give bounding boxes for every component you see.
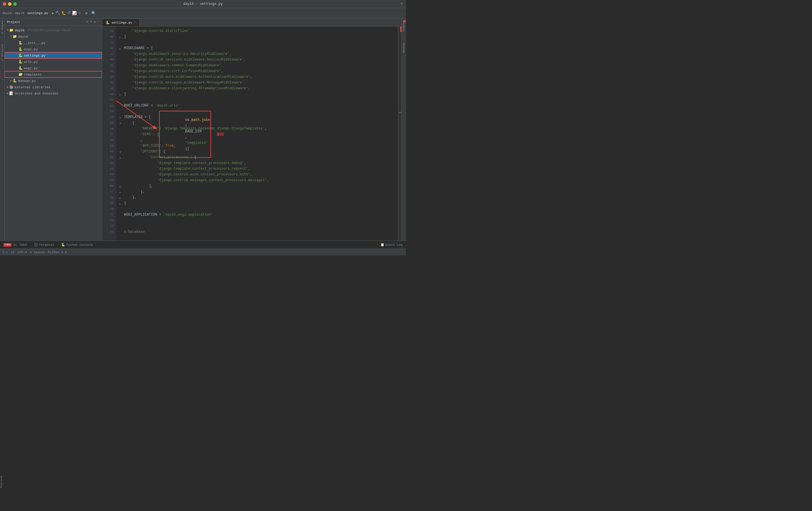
tree-path: ~/PycharmProjects/gx/day16 (26, 29, 70, 32)
code-line-42: ▶ MIDDLEWARE = [ (119, 46, 395, 51)
code-text-52b: = (149, 103, 155, 109)
tree-item-scratches[interactable]: ▶ 📝 Scratches and Consoles (5, 90, 102, 96)
tree-item-ext-libs[interactable]: ▶ 📚 External Libraries (5, 84, 102, 90)
sciview-tab[interactable]: SciView (403, 43, 405, 53)
breadcrumb-item-3[interactable]: settings.py (27, 11, 48, 15)
scrollbar-thumb[interactable] (399, 112, 401, 113)
status-indent[interactable]: 4 spaces (30, 251, 45, 254)
terminal-label: Terminal (39, 243, 54, 247)
coverage-button[interactable]: 📊 (72, 11, 77, 16)
breadcrumb-sep-1: › (12, 11, 14, 15)
panel-title: Project (7, 20, 20, 24)
event-log-tab[interactable]: 📋 Event Log (379, 243, 404, 247)
code-text-43: 'django.middleware.security.SecurityMidd… (124, 51, 231, 57)
fold-41 (119, 40, 123, 44)
settings-button[interactable]: ⚙ (85, 11, 88, 16)
fold-42: ▶ (119, 46, 123, 50)
code-text-57d: ( (185, 124, 187, 128)
add-tab-button[interactable]: + (400, 1, 403, 7)
code-line-52: ROOT_URLCONF = 'day16.urls' (119, 103, 395, 109)
status-python-version[interactable]: Python 3.9 (48, 251, 67, 254)
code-line-40: ▶ ] (119, 34, 395, 40)
tree-item-init[interactable]: 🐍 __init__.py (5, 40, 102, 46)
code-editor[interactable]: 3940414243 4445464748 4950515253 5455565… (102, 26, 401, 241)
status-line-ending[interactable]: LF (11, 251, 14, 254)
tree-item-templates[interactable]: 📁 templates (5, 71, 102, 78)
project-panel: Project ⊙ ≡ ⚙ − ▼ 📁 day16 ~/PycharmProje… (5, 19, 102, 241)
close-button[interactable] (3, 2, 6, 6)
toolbar: day16 › day16 › settings.py ▶ 🔨 🐛 ⏱ 📊 ⏹ … (0, 8, 406, 19)
project-tab[interactable]: 1: Project (1, 20, 3, 34)
tab-label: settings.py (111, 21, 133, 24)
fold-63 (119, 167, 123, 171)
profile-button[interactable]: ⏱ (67, 11, 71, 15)
tab-close-button[interactable]: × (134, 21, 136, 24)
breadcrumb-item-2[interactable]: day16 (15, 11, 24, 15)
window-controls[interactable] (3, 2, 17, 6)
collapse-icon[interactable]: ≡ (90, 20, 92, 24)
code-line-68: ▶ }, (119, 194, 395, 200)
minimize-panel-icon[interactable]: − (98, 20, 99, 24)
fold-53 (119, 109, 123, 113)
fold-67: ▶ (119, 190, 123, 194)
build-button[interactable]: 🔨 (55, 11, 60, 16)
code-line-43: 'django.middleware.security.SecurityMidd… (119, 51, 395, 57)
settings-icon[interactable]: ⚙ (94, 20, 96, 24)
breadcrumb-item-1[interactable]: day16 (2, 11, 12, 15)
code-text-46: 'django.middleware.csrf.CsrfViewMiddlewa… (124, 68, 223, 74)
py-icon-asgi: 🐍 (18, 47, 23, 51)
code-text-74: # Database (124, 229, 145, 235)
todo-tab[interactable]: TODO 6: TODO (2, 241, 28, 249)
code-line-63: 'django.template.context_processors.requ… (119, 166, 395, 172)
structure-tab[interactable]: 2: Structure (1, 44, 3, 61)
code-text-57g: 'templates' (185, 141, 208, 145)
maximize-button[interactable] (13, 2, 17, 6)
code-text-57f: , (185, 135, 189, 139)
tree-item-urls[interactable]: 🐍 urls.py (5, 59, 102, 65)
run-button[interactable]: ▶ (52, 11, 54, 16)
locate-icon[interactable]: ⊙ (86, 20, 88, 24)
py-icon-urls: 🐍 (18, 60, 23, 64)
terminal-tab[interactable]: ⬛ Terminal (33, 241, 55, 249)
code-line-65: 'django.contrib.messages.context_process… (119, 177, 395, 183)
stop-button[interactable]: ⏹ (78, 11, 82, 15)
fold-55: ▼ (119, 121, 123, 125)
debug-button[interactable]: 🐛 (61, 11, 66, 16)
fold-61: ▼ (119, 155, 123, 159)
file-tree: ▼ 📁 day16 ~/PycharmProjects/gx/day16 ▼ 📁… (5, 26, 102, 241)
code-text-42b: = [ (145, 46, 153, 51)
code-text-69: ] (124, 200, 126, 206)
fold-66: ▶ (119, 184, 123, 188)
fold-69: ▶ (119, 201, 123, 205)
code-line-72 (119, 218, 395, 223)
tree-item-wsgi[interactable]: 🐍 wsgi.py (5, 65, 102, 71)
code-content[interactable]: 'django.contrib.staticfiles', ▶ ] ▶ MIDD… (116, 26, 398, 241)
code-text-39: 'django.contrib.staticfiles', (124, 28, 192, 34)
line-numbers: 3940414243 4445464748 4950515253 5455565… (102, 26, 116, 241)
tree-item-asgi[interactable]: 🐍 asgi.py (5, 46, 102, 52)
search-everywhere-button[interactable]: 🔍 (91, 11, 96, 16)
tree-item-manage[interactable]: ▶ 🐍 manage.py (5, 78, 102, 84)
fold-47 (119, 75, 123, 79)
minimize-button[interactable] (8, 2, 11, 6)
editor-area: 🐍 settings.py × 3940414243 4445464748 49… (102, 19, 401, 241)
event-log-label: Event Log (386, 243, 403, 247)
tree-item-settings[interactable]: 🐍 settings.py (5, 52, 102, 59)
code-text-58: , (124, 137, 143, 143)
tree-item-root[interactable]: ▼ 📁 day16 ~/PycharmProjects/gx/day16 (5, 27, 102, 33)
code-text-45: 'django.middleware.common.CommonMiddlewa… (124, 63, 223, 68)
status-encoding[interactable]: UTF-8 (18, 251, 27, 254)
panel-header: Project ⊙ ≡ ⚙ − (5, 19, 102, 26)
python-console-tab[interactable]: 🐍 Python Console (60, 241, 94, 249)
python-console-icon: 🐍 (61, 243, 65, 247)
subfolder-icon: 📁 (12, 34, 17, 39)
toolbar-sep-3 (89, 10, 90, 16)
tab-settings[interactable]: 🐍 settings.py × (102, 19, 140, 26)
ext-lib-icon: 📚 (9, 85, 13, 89)
code-line-46: 'django.middleware.csrf.CsrfViewMiddlewa… (119, 68, 395, 74)
delete-annotation: 删除 (217, 131, 224, 137)
fold-57 (119, 132, 123, 137)
tree-item-day16[interactable]: ▼ 📁 day16 (5, 33, 102, 40)
database-badge (403, 20, 406, 22)
status-position[interactable]: 1:1 (2, 251, 8, 254)
